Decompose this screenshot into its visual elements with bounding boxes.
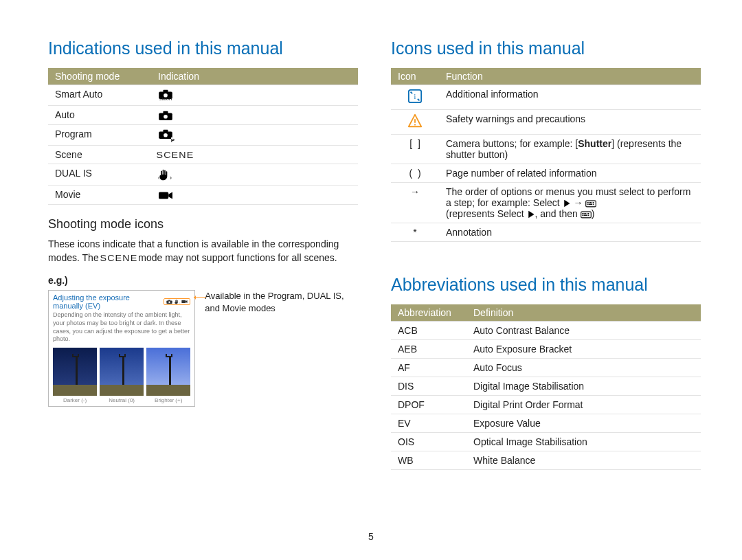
table-row: Smart Auto SMART <box>48 85 358 106</box>
table-row: OISOptical Image Stabilisation <box>391 433 701 451</box>
asterisk-icon: * <box>391 223 439 242</box>
col-icon: Icon <box>391 68 439 85</box>
table-row: AFAuto Focus <box>391 359 701 377</box>
def: Digital Image Stabilisation <box>466 377 701 396</box>
icon-func: Annotation <box>439 223 701 242</box>
example-title: Adjusting the exposure manually (EV) <box>53 293 161 310</box>
table-row: DUAL IS <box>48 164 358 186</box>
mode-program: Program <box>48 125 151 146</box>
table-row: Safety warnings and precautions <box>391 110 701 135</box>
mode-smart-auto: Smart Auto <box>48 85 151 106</box>
square-brackets-icon: [ ] <box>391 135 439 164</box>
def: Auto Exposure Bracket <box>466 340 701 359</box>
indications-heading: Indications used in this manual <box>48 38 358 58</box>
thumb-darker: Darker (-) <box>53 348 97 403</box>
abbrev-heading: Abbreviations used in this manual <box>391 275 701 295</box>
thumb-brighter: Brighter (+) <box>146 348 190 403</box>
abbr: AEB <box>391 340 466 359</box>
scene-icon-inline: SCENE <box>100 252 137 265</box>
shooting-mode-icons-heading: Shooting mode icons <box>48 217 358 232</box>
thumb-neutral: Neutral (0) <box>100 348 144 403</box>
page-number: 5 <box>0 531 742 542</box>
col-abbrev: Abbreviation <box>391 304 466 322</box>
table-row: Program P <box>48 125 358 146</box>
def: Auto Contrast Balance <box>466 322 701 340</box>
abbr: WB <box>391 451 466 470</box>
def: Digital Print Order Format <box>466 396 701 414</box>
mode-movie: Movie <box>48 186 151 205</box>
icon-func: The order of options or menus you must s… <box>439 183 701 223</box>
dual-is-icon <box>151 164 358 186</box>
table-row: AEBAuto Exposure Bracket <box>391 340 701 359</box>
callout-arrow <box>194 297 206 298</box>
shooting-mode-table: Shooting mode Indication Smart Auto SMAR… <box>48 68 358 205</box>
abbr: OIS <box>391 433 466 451</box>
auto-icon <box>151 106 358 125</box>
movie-icon <box>151 186 358 205</box>
arrow-right-icon: → <box>391 183 439 223</box>
abbrev-table: Abbreviation Definition ACBAuto Contrast… <box>391 304 701 470</box>
icon-func: Additional information <box>439 85 701 110</box>
thumb-caption: Darker (-) <box>53 396 97 403</box>
mode-dual-is: DUAL IS <box>48 164 151 186</box>
warning-icon <box>391 110 439 135</box>
example-annotation: Available in the Program, DUAL IS, and M… <box>205 290 358 315</box>
abbr: AF <box>391 359 466 377</box>
table-row: EVExposure Value <box>391 414 701 433</box>
table-row: → The order of options or menus you must… <box>391 183 701 223</box>
icon-func: Camera buttons; for example: [Shutter] (… <box>439 135 701 164</box>
abbr: EV <box>391 414 466 433</box>
scene-icon: SCENE <box>151 146 358 164</box>
icon-func: Page number of related information <box>439 164 701 183</box>
smart-auto-icon: SMART <box>151 85 358 106</box>
example-desc: Depending on the intensity of the ambien… <box>49 310 194 346</box>
abbr: DIS <box>391 377 466 396</box>
table-row: * Annotation <box>391 223 701 242</box>
thumb-caption: Brighter (+) <box>146 396 190 403</box>
table-row: [ ] Camera buttons; for example: [Shutte… <box>391 135 701 164</box>
program-icon: P <box>151 125 358 146</box>
table-row: WBWhite Balance <box>391 451 701 470</box>
col-indication: Indication <box>151 68 358 85</box>
example-box: Adjusting the exposure manually (EV) Dep… <box>48 290 195 407</box>
icon-func: Safety warnings and precautions <box>439 110 701 135</box>
left-column: Indications used in this manual Shooting… <box>48 38 358 482</box>
table-row: DPOFDigital Print Order Format <box>391 396 701 414</box>
table-row: Auto <box>48 106 358 125</box>
mode-scene: Scene <box>48 146 151 164</box>
thumb-caption: Neutral (0) <box>100 396 144 403</box>
icons-heading: Icons used in this manual <box>391 38 701 58</box>
table-row: Additional information <box>391 85 701 110</box>
mode-auto: Auto <box>48 106 151 125</box>
table-row: Movie <box>48 186 358 205</box>
example-mode-icons <box>164 298 190 305</box>
right-column: Icons used in this manual Icon Function … <box>391 38 701 482</box>
def: Optical Image Stabilisation <box>466 433 701 451</box>
abbr: ACB <box>391 322 466 340</box>
col-definition: Definition <box>466 304 701 322</box>
example-label: e.g.) <box>48 275 358 286</box>
table-row: ( ) Page number of related information <box>391 164 701 183</box>
table-row: ACBAuto Contrast Balance <box>391 322 701 340</box>
info-icon <box>391 85 439 110</box>
shooting-mode-icons-body: These icons indicate that a function is … <box>48 237 358 265</box>
round-brackets-icon: ( ) <box>391 164 439 183</box>
col-shooting-mode: Shooting mode <box>48 68 151 85</box>
col-function: Function <box>439 68 701 85</box>
icons-table: Icon Function Additional information Saf… <box>391 68 701 242</box>
def: Auto Focus <box>466 359 701 377</box>
table-row: Scene SCENE <box>48 146 358 164</box>
abbr: DPOF <box>391 396 466 414</box>
table-row: DISDigital Image Stabilisation <box>391 377 701 396</box>
def: White Balance <box>466 451 701 470</box>
def: Exposure Value <box>466 414 701 433</box>
